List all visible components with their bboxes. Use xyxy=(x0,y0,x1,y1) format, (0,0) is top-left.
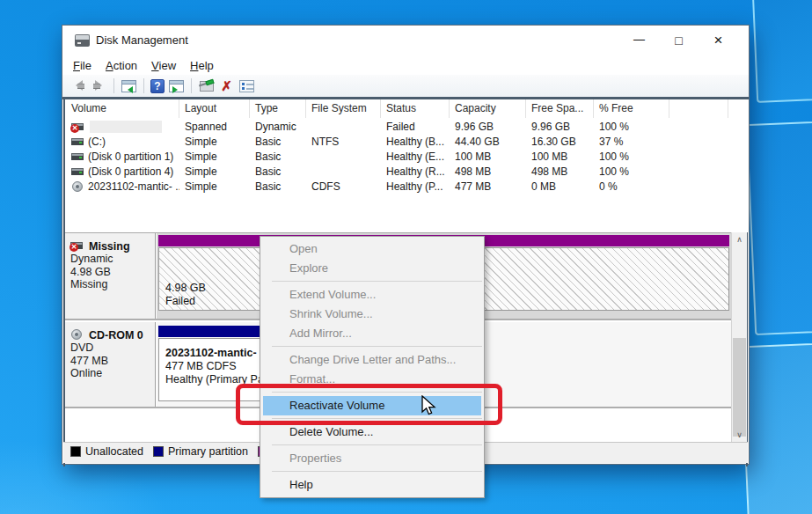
cell-file-system: NTFS xyxy=(306,136,381,148)
menu-item-delete-volume[interactable]: Delete Volume... xyxy=(260,422,484,442)
cell-layout: Simple xyxy=(179,136,250,148)
cell-capacity: 498 MB xyxy=(450,165,526,178)
column-header-blank[interactable] xyxy=(669,99,728,118)
disk-label-missing[interactable]: ✕ Missing Dynamic 4.98 GB Missing xyxy=(65,233,156,319)
column-header-volume[interactable]: Volume xyxy=(66,99,179,118)
column-header-layout[interactable]: Layout xyxy=(179,99,250,118)
menu-item-open[interactable]: Open xyxy=(260,239,484,259)
table-row[interactable]: (Disk 0 partition 4)SimpleBasicHealthy (… xyxy=(66,164,748,179)
scroll-up-arrow-icon[interactable]: ∧ xyxy=(732,232,747,246)
cell-status: Healthy (P... xyxy=(381,180,450,193)
menu-bar: FileActionViewHelp xyxy=(62,55,749,75)
maximize-icon: □ xyxy=(675,33,682,48)
column-header-status[interactable]: Status xyxy=(381,99,450,118)
cell-free-space: 0 MB xyxy=(526,180,594,193)
help-icon[interactable]: ? xyxy=(150,79,165,93)
volume-list-pane: VolumeLayoutTypeFile SystemStatusCapacit… xyxy=(65,99,748,232)
cell-free-space: 498 MB xyxy=(526,165,594,178)
minimize-button[interactable]: — xyxy=(619,26,659,55)
disk-label-cdrom[interactable]: CD-ROM 0 DVD 477 MB Online xyxy=(65,322,156,407)
disk-name: Missing xyxy=(89,240,130,253)
partition-legend: UnallocatedPrimary partitionS xyxy=(70,445,289,458)
legend-label: Unallocated xyxy=(85,445,143,458)
selected-volume-highlight xyxy=(90,121,162,133)
close-button[interactable]: × xyxy=(699,26,738,55)
disk-name: CD-ROM 0 xyxy=(89,329,143,341)
menubar-item-file[interactable]: File xyxy=(73,59,91,72)
cell-status: Healthy (R... xyxy=(381,165,450,178)
volume-table-header: VolumeLayoutTypeFile SystemStatusCapacit… xyxy=(66,99,728,118)
volume-size: 4.98 GB xyxy=(165,282,206,295)
disk-detail: Missing xyxy=(70,278,151,291)
show-console-tree-icon[interactable] xyxy=(121,78,137,94)
cell-type: Dynamic xyxy=(250,121,306,133)
legend-item-primary-partition: Primary partition xyxy=(153,445,248,458)
table-row[interactable]: ✕SpannedDynamicFailed9.96 GB9.96 GB100 % xyxy=(66,119,748,134)
menubar-item-help[interactable]: Help xyxy=(190,59,214,72)
disk-detail: Dynamic xyxy=(70,253,151,266)
menu-item-shrink-volume[interactable]: Shrink Volume... xyxy=(260,305,484,324)
context-menu: OpenExploreExtend Volume...Shrink Volume… xyxy=(260,236,485,498)
cell-capacity: 9.96 GB xyxy=(450,121,526,133)
vertical-scrollbar[interactable]: ∧ ∨ xyxy=(731,232,747,444)
column-header-capacity[interactable]: Capacity xyxy=(450,99,526,118)
column-header-free-spa[interactable]: Free Spa... xyxy=(526,99,594,118)
cell-free-space: 100 MB xyxy=(526,151,594,163)
cell-status: Failed xyxy=(381,121,450,133)
window-title: Disk Management xyxy=(96,33,188,47)
cell-type: Basic xyxy=(250,165,306,178)
scrollbar-thumb[interactable] xyxy=(733,338,746,437)
cell-pct-free: 37 % xyxy=(594,136,669,148)
window-controls: —□× xyxy=(619,26,738,55)
toolbar-separator xyxy=(191,78,192,93)
annotation-highlight-box xyxy=(236,384,502,425)
back-icon[interactable] xyxy=(70,78,87,94)
cell-layout: Simple xyxy=(179,165,250,178)
volume-name: (C:) xyxy=(88,136,106,148)
cell-status: Healthy (E... xyxy=(381,151,450,163)
title-bar[interactable]: Disk Management —□× xyxy=(62,26,749,55)
wallpaper-shape xyxy=(751,0,812,103)
menu-item-help[interactable]: Help xyxy=(260,475,484,495)
cell-pct-free: 100 % xyxy=(594,121,669,133)
menu-item-change-drive-letter-and-paths[interactable]: Change Drive Letter and Paths... xyxy=(260,350,484,370)
cell-volume: (Disk 0 partition 4) xyxy=(66,165,179,178)
table-row[interactable]: (Disk 0 partition 1)SimpleBasicHealthy (… xyxy=(66,149,748,164)
menubar-item-view[interactable]: View xyxy=(151,59,176,72)
cell-volume: ✕ xyxy=(66,121,179,133)
menubar-item-action[interactable]: Action xyxy=(106,59,137,72)
menu-item-properties[interactable]: Properties xyxy=(260,449,484,468)
table-row[interactable]: (C:)SimpleBasicNTFSHealthy (B...44.40 GB… xyxy=(66,134,748,149)
table-row[interactable]: 20231102-mantic- ...SimpleBasicCDFSHealt… xyxy=(66,179,748,194)
menu-item-explore[interactable]: Explore xyxy=(260,259,484,278)
forward-icon[interactable] xyxy=(91,78,107,94)
show-action-pane-icon[interactable] xyxy=(168,78,185,94)
legend-color-swatch xyxy=(70,446,81,457)
maximize-button[interactable]: □ xyxy=(659,26,699,55)
cell-capacity: 44.40 GB xyxy=(450,136,526,148)
error-badge-icon: ✕ xyxy=(70,124,79,133)
cell-status: Healthy (B... xyxy=(381,136,450,148)
legend-item-unallocated: Unallocated xyxy=(70,445,143,458)
disk-drive-app-icon xyxy=(75,34,90,47)
column-header-type[interactable]: Type xyxy=(250,99,306,118)
delete-icon[interactable]: ✗ xyxy=(218,78,235,94)
cell-free-space: 9.96 GB xyxy=(526,121,594,133)
volume-table-rows: ✕SpannedDynamicFailed9.96 GB9.96 GB100 %… xyxy=(66,119,748,194)
toolbar: ?✗ xyxy=(62,75,749,97)
scroll-down-arrow-icon[interactable]: ∨ xyxy=(732,428,747,442)
volume-size-fs: 477 MB CDFS xyxy=(165,360,267,373)
menu-item-add-mirror[interactable]: Add Mirror... xyxy=(260,324,484,343)
column-header-file-system[interactable]: File System xyxy=(306,99,381,118)
minimize-icon: — xyxy=(633,33,645,46)
legend-color-swatch xyxy=(153,446,164,457)
tools-icon[interactable] xyxy=(198,78,215,94)
disk-detail: DVD xyxy=(70,341,151,355)
cd-rom-icon xyxy=(70,329,85,341)
disk-icon xyxy=(71,166,84,177)
legend-label: Primary partition xyxy=(168,445,248,458)
cell-type: Basic xyxy=(250,136,306,148)
properties-list-icon[interactable] xyxy=(238,78,255,94)
menu-item-extend-volume[interactable]: Extend Volume... xyxy=(260,285,484,305)
column-header-free[interactable]: % Free xyxy=(594,99,669,118)
